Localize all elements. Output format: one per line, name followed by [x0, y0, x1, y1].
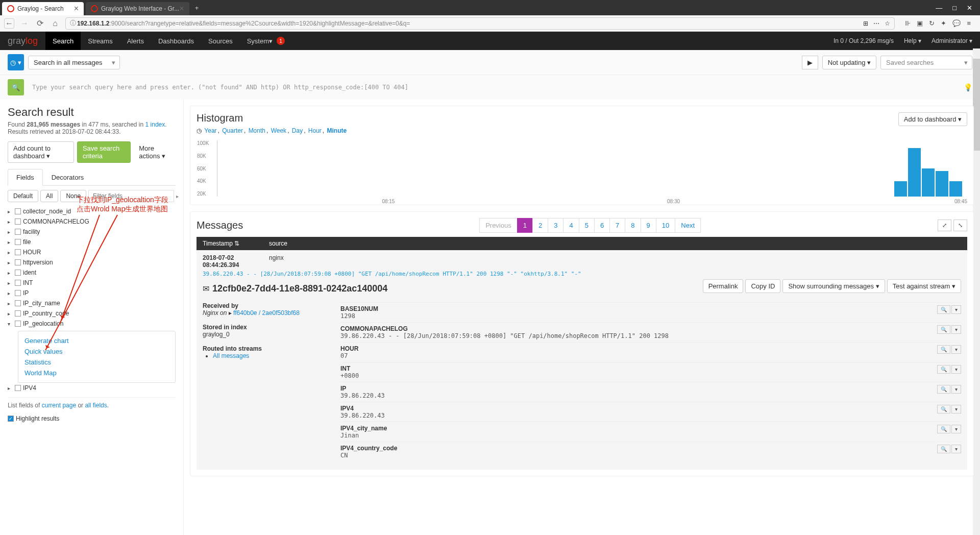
sidebar-icon[interactable]: ▣ [917, 19, 923, 27]
col-source[interactable]: source [269, 240, 287, 247]
search-field-icon[interactable]: 🔍 [937, 345, 950, 354]
close-icon[interactable]: × [74, 4, 79, 13]
reload-icon[interactable]: ⟳ [35, 18, 45, 29]
time-range-select[interactable]: Search in all messages [28, 56, 120, 69]
more-actions-button[interactable]: More actions ▾ [134, 141, 176, 163]
histogram-chart[interactable]: 20K40K60K80K100K [217, 140, 967, 197]
new-tab-button[interactable]: + [189, 4, 205, 12]
page-prev[interactable]: Previous [479, 218, 518, 233]
page-6[interactable]: 6 [594, 218, 610, 233]
current-page-link[interactable]: current page [42, 402, 76, 409]
nav-alerts[interactable]: Alerts [120, 32, 151, 50]
field-menu-icon[interactable]: ▾ [951, 325, 961, 334]
caret-right-icon[interactable]: ▸ [176, 193, 179, 199]
surrounding-button[interactable]: Show surrounding messages ▾ [782, 279, 885, 293]
page-9[interactable]: 9 [641, 218, 656, 233]
page-10[interactable]: 10 [656, 218, 675, 233]
page-4[interactable]: 4 [563, 218, 579, 233]
play-button[interactable]: ▶ [802, 56, 818, 69]
back-icon[interactable]: ← [4, 18, 14, 29]
scale-week[interactable]: Week [271, 127, 286, 134]
minimize-icon[interactable]: ― [936, 4, 942, 12]
search-field-icon[interactable]: 🔍 [937, 305, 950, 314]
copy-id-button[interactable]: Copy ID [745, 279, 780, 293]
generate-chart-link[interactable]: Generate chart [24, 335, 169, 346]
col-timestamp[interactable]: Timestamp ⇅ [203, 240, 269, 247]
page-3[interactable]: 3 [548, 218, 564, 233]
pill-all[interactable]: All [40, 190, 58, 202]
all-fields-link[interactable]: all fields [85, 402, 107, 409]
sync-icon[interactable]: ↻ [929, 19, 935, 27]
field-item[interactable]: ▸HOUR [8, 247, 176, 257]
add-count-button[interactable]: Add count to dashboard ▾ [8, 141, 74, 163]
home-icon[interactable]: ⌂ [50, 18, 60, 29]
nav-search[interactable]: Search [45, 32, 81, 50]
close-icon[interactable]: × [179, 4, 184, 13]
query-input[interactable]: Type your search query here and press en… [28, 80, 955, 95]
star-icon[interactable]: ☆ [885, 20, 890, 27]
search-button[interactable]: 🔍 [8, 79, 24, 95]
tab-fields[interactable]: Fields [8, 169, 43, 186]
field-item[interactable]: ▸IP_country_code [8, 308, 176, 319]
field-item[interactable]: ▸IP [8, 288, 176, 298]
search-field-icon[interactable]: 🔍 [937, 445, 950, 453]
field-menu-icon[interactable]: ▾ [951, 365, 961, 374]
tab-decorators[interactable]: Decorators [43, 169, 93, 185]
forward-icon[interactable]: → [19, 18, 30, 29]
help-menu[interactable]: Help ▾ [904, 37, 921, 44]
nav-streams[interactable]: Streams [81, 32, 119, 50]
field-item[interactable]: ▸IP_city_name [8, 298, 176, 308]
save-criteria-button[interactable]: Save search criteria [77, 141, 131, 163]
field-item[interactable]: ▸file [8, 237, 176, 247]
page-next[interactable]: Next [675, 218, 701, 233]
filter-fields-input[interactable] [88, 190, 174, 202]
maximize-icon[interactable]: □ [952, 4, 957, 12]
add-to-dashboard-button[interactable]: Add to dashboard ▾ [898, 112, 967, 126]
scale-day[interactable]: Day [292, 127, 303, 134]
statistics-link[interactable]: Statistics [24, 357, 169, 368]
user-menu[interactable]: Administrator ▾ [932, 37, 972, 44]
field-item-expanded[interactable]: ▾IP_geolocation [8, 319, 176, 329]
search-field-icon[interactable]: 🔍 [937, 405, 950, 414]
field-menu-icon[interactable]: ▾ [951, 345, 961, 354]
fullscreen-icon[interactable]: ⤡ [953, 220, 967, 231]
message-row[interactable]: 2018-07-02 08:44:26.394 nginx 39.86.220.… [197, 250, 967, 470]
close-window-icon[interactable]: ✕ [967, 4, 972, 12]
index-link[interactable]: 1 index [145, 121, 165, 128]
field-menu-icon[interactable]: ▾ [951, 445, 961, 453]
field-menu-icon[interactable]: ▾ [951, 405, 961, 414]
pill-none[interactable]: None [60, 190, 86, 202]
pill-default[interactable]: Default [8, 190, 38, 202]
world-map-link[interactable]: World Map [24, 368, 169, 378]
field-item[interactable]: ▸COMMONAPACHELOG [8, 216, 176, 227]
field-menu-icon[interactable]: ▾ [951, 305, 961, 314]
stream-link[interactable]: All messages [213, 352, 249, 359]
url-input[interactable]: ⓘ 192.168.1.2 :9000/search?rangetype=rel… [65, 17, 895, 30]
scale-minute[interactable]: Minute [327, 127, 347, 134]
scale-quarter[interactable]: Quarter [222, 127, 243, 134]
qr-icon[interactable]: ⊞ [863, 20, 868, 27]
time-range-button[interactable]: ◷ ▾ [8, 54, 24, 70]
scrollbar[interactable] [973, 48, 980, 535]
test-stream-button[interactable]: Test against stream ▾ [887, 279, 961, 293]
lightbulb-icon[interactable]: 💡 [964, 83, 972, 91]
scale-hour[interactable]: Hour [308, 127, 322, 134]
scale-month[interactable]: Month [249, 127, 265, 134]
search-field-icon[interactable]: 🔍 [937, 385, 950, 394]
page-8[interactable]: 8 [625, 218, 641, 233]
field-menu-icon[interactable]: ▾ [951, 385, 961, 394]
saved-searches[interactable]: Saved searches [880, 56, 972, 69]
expand-icon[interactable]: ⤢ [938, 220, 951, 231]
logo[interactable]: graylog [0, 36, 45, 46]
page-5[interactable]: 5 [579, 218, 595, 233]
menu-icon[interactable]: ≡ [967, 19, 971, 27]
chat-icon[interactable]: 💬 [952, 19, 961, 27]
field-item[interactable]: ▸INT [8, 278, 176, 288]
field-item[interactable]: ▸IPV4 [8, 383, 176, 393]
browser-tab-inactive[interactable]: Graylog Web Interface - Gr... × [86, 2, 189, 15]
search-field-icon[interactable]: 🔍 [937, 425, 950, 433]
nav-system[interactable]: System ▾1 [240, 32, 292, 50]
field-item[interactable]: ▸collector_node_id [8, 206, 176, 216]
ext-icon[interactable]: ✦ [941, 19, 946, 27]
highlight-checkbox[interactable]: ✓ Highlight results [8, 413, 176, 424]
